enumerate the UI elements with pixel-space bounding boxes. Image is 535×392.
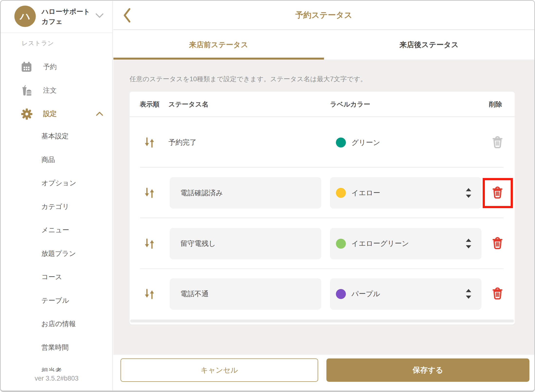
submenu-item-basic-settings[interactable]: 基本設定 xyxy=(1,125,112,148)
submenu-item-menu[interactable]: メニュー xyxy=(1,218,112,242)
stepper-arrows-icon xyxy=(465,288,472,300)
submenu-item-course[interactable]: コース xyxy=(1,265,112,289)
sidebar-item-settings[interactable]: 設定 xyxy=(1,106,112,121)
horizontal-scrollbar[interactable] xyxy=(130,320,514,322)
table-row: イエローグリーン xyxy=(129,218,515,269)
shop-name: ハローサポートカフェ xyxy=(42,7,94,27)
app-window: ハ ハローサポートカフェ レストラン 予約 注文 設定 xyxy=(0,0,535,392)
status-name-input[interactable] xyxy=(170,177,321,209)
status-name-input[interactable] xyxy=(170,228,321,259)
sort-handle[interactable] xyxy=(145,137,154,148)
submenu-item-categories[interactable]: カテゴリ xyxy=(1,195,112,219)
submenu-item-business-hours[interactable]: 営業時間 xyxy=(1,336,112,359)
page-title: 予約ステータス xyxy=(113,1,534,29)
tab-before-visit-status[interactable]: 来店前ステータス xyxy=(113,30,324,60)
delete-button[interactable] xyxy=(488,234,507,254)
color-name: グリーン xyxy=(351,138,380,147)
food-icon xyxy=(21,85,32,96)
settings-submenu: 基本設定 商品 オプション カテゴリ メニュー 放題プラン コース テーブル お… xyxy=(1,125,112,372)
trash-icon xyxy=(492,237,503,250)
app-version: ver 3.5.2#b803 xyxy=(1,375,112,382)
color-name: イエローグリーン xyxy=(351,239,409,249)
calendar-icon xyxy=(21,62,32,72)
label-color-select[interactable]: イエローグリーン xyxy=(330,228,481,259)
page-header: 予約ステータス xyxy=(113,1,534,30)
shop-avatar: ハ xyxy=(14,6,36,27)
table-row: イエロー xyxy=(129,168,515,218)
color-name: イエロー xyxy=(351,188,380,198)
delete-button[interactable] xyxy=(488,284,507,304)
cancel-button[interactable]: キャンセル xyxy=(120,358,318,382)
status-tabs: 来店前ステータス 来店後ステータス xyxy=(113,30,534,60)
tab-after-visit-status[interactable]: 来店後ステータス xyxy=(324,30,535,60)
stepper-arrows-icon xyxy=(465,187,472,199)
submenu-item-staff[interactable]: 担当者 xyxy=(1,359,112,372)
color-dot xyxy=(336,239,346,249)
gear-icon xyxy=(21,108,32,119)
save-button[interactable]: 保存する xyxy=(326,358,529,382)
trash-icon xyxy=(492,136,503,149)
status-table-card: 表示順 ステータス名 ラベルカラー 削除 予約完了 グリーン xyxy=(129,92,515,325)
status-limit-description: 任意のステータスを10種類まで設定できます。ステータス名は最大7文字です。 xyxy=(113,60,534,83)
sidebar-item-label: 設定 xyxy=(43,109,57,118)
status-name-text: 予約完了 xyxy=(168,138,197,147)
submenu-item-products[interactable]: 商品 xyxy=(1,148,112,172)
stepper-arrows-icon xyxy=(465,238,472,249)
chevron-left-icon xyxy=(122,20,132,24)
column-header-display-order: 表示順 xyxy=(140,92,159,117)
annotation-highlight-box xyxy=(483,178,513,208)
submenu-item-options[interactable]: オプション xyxy=(1,171,112,195)
sort-handle[interactable] xyxy=(145,288,154,300)
sidebar-item-reservations[interactable]: 予約 xyxy=(1,59,112,74)
color-name: パープル xyxy=(351,289,380,299)
chevron-down-icon xyxy=(95,12,104,19)
column-header-label-color: ラベルカラー xyxy=(330,92,370,117)
submenu-item-tables[interactable]: テーブル xyxy=(1,289,112,312)
sort-arrows-icon xyxy=(145,297,154,300)
submenu-item-shop-info[interactable]: お店の情報 xyxy=(1,312,112,336)
label-color-select[interactable]: パープル xyxy=(330,278,481,310)
trash-icon xyxy=(492,287,503,300)
sort-arrows-icon xyxy=(145,145,154,149)
color-dot xyxy=(336,138,346,148)
table-row: パープル xyxy=(129,269,515,319)
back-button[interactable] xyxy=(121,8,133,23)
label-color-select[interactable]: イエロー xyxy=(330,177,481,209)
sort-handle[interactable] xyxy=(145,187,154,198)
main-panel: 予約ステータス 来店前ステータス 来店後ステータス 任意のステータスを10種類ま… xyxy=(113,1,534,391)
table-row: 予約完了 グリーン xyxy=(129,117,515,168)
chevron-up-icon xyxy=(96,111,103,116)
action-footer: キャンセル 保存する xyxy=(113,355,534,392)
shop-switcher[interactable]: ハ ハローサポートカフェ xyxy=(1,1,112,33)
color-dot xyxy=(336,188,346,198)
sort-arrows-icon xyxy=(145,246,154,250)
column-header-delete: 削除 xyxy=(489,92,502,117)
sidebar: ハ ハローサポートカフェ レストラン 予約 注文 設定 xyxy=(1,1,113,391)
label-color-value: グリーン xyxy=(336,138,380,148)
sidebar-item-orders[interactable]: 注文 xyxy=(1,83,112,98)
color-dot xyxy=(336,289,346,299)
sort-arrows-icon xyxy=(145,196,154,199)
table-header-row: 表示順 ステータス名 ラベルカラー 削除 xyxy=(129,92,515,117)
tab-content: 任意のステータスを10種類まで設定できます。ステータス名は最大7文字です。 表示… xyxy=(113,60,534,355)
column-header-status-name: ステータス名 xyxy=(168,92,209,117)
delete-button-disabled xyxy=(488,133,507,152)
sort-handle[interactable] xyxy=(145,238,154,249)
status-name-input[interactable] xyxy=(170,278,321,310)
sidebar-item-label: 注文 xyxy=(43,86,57,95)
submenu-item-all-you-can-plan[interactable]: 放題プラン xyxy=(1,242,112,266)
sidebar-item-label: 予約 xyxy=(43,62,57,71)
sidebar-section-label: レストラン xyxy=(22,39,54,47)
